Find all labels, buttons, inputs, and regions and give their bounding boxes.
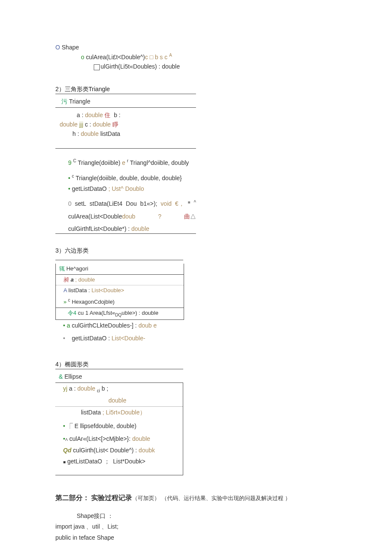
section2-title: 第二部分： 实验过程记录（可加页） （代码、运行结果、实验中出现的问题及解决过程… <box>55 492 337 503</box>
hexagon-field-a: 昶 a ; double <box>56 274 184 286</box>
ellipse-getlist: ■ getListDataO ； List*Doubk> <box>55 456 183 467</box>
triangle-setlist: 0 setL stData(LiEt4 Dou b1«>); void €， ■… <box>55 195 200 210</box>
diamond-icon: 令4 <box>68 310 76 316</box>
triangle-uml: 污 Triangle a : double 住 b : double jjj c… <box>55 96 200 234</box>
shape-title-text: Shape <box>62 44 79 51</box>
square-icon: ■ <box>63 460 66 464</box>
triangle-fields: a : double 住 b : double jjj c : double 睜… <box>55 108 200 141</box>
shape-method-1: o culArea(Li£t<Double^)c □ b s c A <box>81 52 337 62</box>
ellipse-field-b-type: double <box>55 395 183 406</box>
triangle-header: 2）三角形类Triangle <box>55 84 196 94</box>
hexagon-uml: 辄 He^agori 昶 a ; double A listData : Lis… <box>55 264 184 320</box>
hexagon-title-text: He^agori <box>66 265 89 272</box>
triangle-title-row: 污 Triangle <box>55 96 200 107</box>
triangle-getlist: • getListDataO ; Ust^ Doublo <box>55 184 200 195</box>
ellipse-title-row: & Ellipse <box>55 371 183 382</box>
code-line-1: Shape接口 ： <box>77 511 337 521</box>
triangle-title-icon: 污 <box>61 98 67 105</box>
ellipse-ctor: • ⎾ E llipsefdouble, double) <box>55 418 183 431</box>
hexagon-title-icon: 辄 <box>59 265 65 272</box>
triangle-culGirth: culGirthfList<Double*) : double <box>55 222 200 233</box>
shape-title-icon: O <box>55 44 60 51</box>
triangle-ctor-2: • c Triangle(doiible, double, double, do… <box>55 169 200 184</box>
triangle-ctor-1: 9 C Triangle(doiible) e r Triangl^doiibl… <box>55 156 200 169</box>
hexagon-title-row: 辄 He^agori <box>56 264 184 274</box>
hexagon-culArea: 令4 cu 1 Area(Lfst«DQuble>) : double <box>56 308 184 319</box>
triangle-title-text: Triangle <box>69 98 90 105</box>
code-line-3: public in teface Shape <box>55 532 337 543</box>
hexagon-field-list: A listData : List<Double> <box>56 285 184 296</box>
hexagon-r1-icon: 昶 <box>63 276 69 283</box>
ellipse-field-list: listData ; Li5rt«Double） <box>55 406 183 418</box>
ellipse-field-ab: yj a : double ci b ; <box>55 383 183 395</box>
ellipse-title-icon: & <box>59 373 63 380</box>
hexagon-extra: • a culGirthCLkteDoubles-] : doub e • ge… <box>55 320 183 344</box>
ellipse-header: 4）椭圆形类 <box>55 359 183 369</box>
ellipse-uml: & Ellipse yj a : double ci b ; double li… <box>55 371 183 475</box>
shape-method-2: ulGirth(Li5t«Doubles) : double <box>94 62 337 71</box>
hexagon-header: 3）六边形类 <box>55 246 337 255</box>
hexagon-ctor: » c HexagonCdojble) <box>56 296 184 308</box>
box-icon <box>94 64 100 70</box>
shape-title: O Shape <box>55 43 337 52</box>
circle-icon: o <box>81 54 84 60</box>
ellipse-culArea: •Λ culAr«(List<[>cMjble>}: double <box>55 431 183 444</box>
code-block: Shape接口 ： import java 、util 、List; publi… <box>55 511 337 543</box>
code-line-2: import java 、util 、List; <box>55 521 337 532</box>
hexagon-culGirth: • a culGirthCLkteDoubles-] : doub e <box>55 320 183 331</box>
hexagon-getlist: • getListDataO : List<Double- <box>55 331 183 344</box>
shape-interface-block: O Shape o culArea(Li£t<Double^)c □ b s c… <box>55 43 337 72</box>
ellipse-culGirth: Qd culGirth(List< Double^) : doubk <box>55 445 183 456</box>
ellipse-title-text: Ellipse <box>64 373 82 380</box>
ellipse-r1-icon: yj <box>63 385 67 392</box>
triangle-culArea: culArea(List<Doubledoub ? 曲△ <box>55 210 200 222</box>
